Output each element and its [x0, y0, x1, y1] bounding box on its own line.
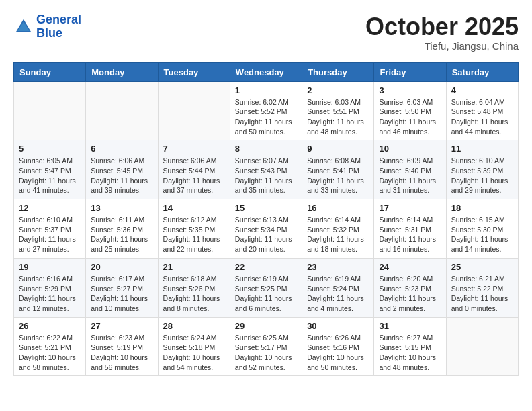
day-info: Sunrise: 6:08 AM Sunset: 5:41 PM Dayligh… [307, 156, 369, 195]
calendar-cell: 23Sunrise: 6:19 AM Sunset: 5:24 PM Dayli… [302, 258, 374, 317]
weekday-header-thursday: Thursday [302, 62, 374, 81]
day-info: Sunrise: 6:26 AM Sunset: 5:16 PM Dayligh… [307, 333, 369, 373]
day-info: Sunrise: 6:19 AM Sunset: 5:25 PM Dayligh… [235, 274, 297, 314]
day-info: Sunrise: 6:16 AM Sunset: 5:29 PM Dayligh… [19, 274, 81, 314]
day-number: 19 [19, 262, 81, 272]
weekday-header-friday: Friday [374, 62, 446, 81]
day-number: 3 [379, 85, 441, 95]
day-info: Sunrise: 6:20 AM Sunset: 5:23 PM Dayligh… [379, 274, 441, 314]
logo-text: General Blue [36, 13, 81, 40]
logo: General Blue [13, 13, 81, 40]
day-info: Sunrise: 6:27 AM Sunset: 5:15 PM Dayligh… [379, 333, 441, 373]
calendar-cell [158, 81, 230, 140]
calendar-cell: 15Sunrise: 6:13 AM Sunset: 5:34 PM Dayli… [230, 199, 302, 259]
calendar-cell: 4Sunrise: 6:04 AM Sunset: 5:48 PM Daylig… [446, 81, 518, 140]
calendar-cell: 5Sunrise: 6:05 AM Sunset: 5:47 PM Daylig… [14, 140, 86, 199]
day-info: Sunrise: 6:19 AM Sunset: 5:24 PM Dayligh… [307, 274, 369, 314]
day-info: Sunrise: 6:09 AM Sunset: 5:40 PM Dayligh… [379, 156, 441, 195]
calendar-cell: 18Sunrise: 6:15 AM Sunset: 5:30 PM Dayli… [446, 199, 518, 259]
calendar-cell: 17Sunrise: 6:14 AM Sunset: 5:31 PM Dayli… [374, 199, 446, 259]
logo-line2: Blue [36, 26, 62, 40]
day-number: 22 [235, 262, 297, 272]
calendar-cell: 21Sunrise: 6:18 AM Sunset: 5:26 PM Dayli… [158, 258, 230, 317]
weekday-header-monday: Monday [86, 62, 158, 81]
calendar-cell: 30Sunrise: 6:26 AM Sunset: 5:16 PM Dayli… [302, 317, 374, 376]
day-info: Sunrise: 6:18 AM Sunset: 5:26 PM Dayligh… [163, 274, 225, 314]
day-info: Sunrise: 6:02 AM Sunset: 5:52 PM Dayligh… [235, 97, 297, 137]
weekday-header-tuesday: Tuesday [158, 62, 230, 81]
day-info: Sunrise: 6:06 AM Sunset: 5:45 PM Dayligh… [91, 156, 152, 195]
calendar-cell: 9Sunrise: 6:08 AM Sunset: 5:41 PM Daylig… [302, 140, 374, 199]
day-number: 27 [91, 321, 152, 331]
calendar-cell: 29Sunrise: 6:25 AM Sunset: 5:17 PM Dayli… [230, 317, 302, 376]
day-number: 28 [163, 321, 225, 331]
day-info: Sunrise: 6:24 AM Sunset: 5:18 PM Dayligh… [163, 333, 225, 373]
title-block: October 2025 Tiefu, Jiangsu, China [365, 13, 519, 52]
day-number: 18 [451, 203, 513, 213]
calendar-cell: 11Sunrise: 6:10 AM Sunset: 5:39 PM Dayli… [446, 140, 518, 199]
day-info: Sunrise: 6:21 AM Sunset: 5:22 PM Dayligh… [451, 274, 513, 314]
day-number: 15 [235, 203, 297, 213]
page-header: General Blue October 2025 Tiefu, Jiangsu… [13, 13, 519, 52]
calendar-cell: 1Sunrise: 6:02 AM Sunset: 5:52 PM Daylig… [230, 81, 302, 140]
day-number: 9 [307, 144, 369, 154]
day-info: Sunrise: 6:14 AM Sunset: 5:31 PM Dayligh… [379, 215, 441, 255]
weekday-header-saturday: Saturday [446, 62, 518, 81]
week-row-4: 19Sunrise: 6:16 AM Sunset: 5:29 PM Dayli… [14, 258, 519, 317]
day-number: 16 [307, 203, 369, 213]
day-number: 31 [379, 321, 441, 331]
day-number: 2 [307, 85, 369, 95]
day-number: 25 [451, 262, 513, 272]
day-number: 23 [307, 262, 369, 272]
week-row-5: 26Sunrise: 6:22 AM Sunset: 5:21 PM Dayli… [14, 317, 519, 376]
day-info: Sunrise: 6:23 AM Sunset: 5:19 PM Dayligh… [91, 333, 152, 373]
day-number: 13 [91, 203, 152, 213]
day-info: Sunrise: 6:03 AM Sunset: 5:50 PM Dayligh… [379, 97, 441, 137]
calendar-cell: 3Sunrise: 6:03 AM Sunset: 5:50 PM Daylig… [374, 81, 446, 140]
location: Tiefu, Jiangsu, China [365, 40, 519, 52]
day-info: Sunrise: 6:03 AM Sunset: 5:51 PM Dayligh… [307, 97, 369, 137]
week-row-1: 1Sunrise: 6:02 AM Sunset: 5:52 PM Daylig… [14, 81, 519, 140]
calendar-cell: 14Sunrise: 6:12 AM Sunset: 5:35 PM Dayli… [158, 199, 230, 259]
day-number: 4 [451, 85, 513, 95]
day-number: 11 [451, 144, 513, 154]
calendar-cell: 13Sunrise: 6:11 AM Sunset: 5:36 PM Dayli… [86, 199, 158, 259]
day-number: 10 [379, 144, 441, 154]
day-info: Sunrise: 6:15 AM Sunset: 5:30 PM Dayligh… [451, 215, 513, 255]
day-number: 5 [19, 144, 81, 154]
day-number: 14 [163, 203, 225, 213]
day-number: 26 [19, 321, 81, 331]
month-title: October 2025 [365, 13, 519, 40]
calendar-cell [446, 317, 518, 376]
logo-line1: General [36, 13, 81, 26]
day-info: Sunrise: 6:11 AM Sunset: 5:36 PM Dayligh… [91, 215, 152, 255]
calendar-cell: 25Sunrise: 6:21 AM Sunset: 5:22 PM Dayli… [446, 258, 518, 317]
logo-icon [13, 17, 34, 37]
day-number: 12 [19, 203, 81, 213]
calendar-cell: 7Sunrise: 6:06 AM Sunset: 5:44 PM Daylig… [158, 140, 230, 199]
day-info: Sunrise: 6:06 AM Sunset: 5:44 PM Dayligh… [163, 156, 225, 195]
calendar-table: SundayMondayTuesdayWednesdayThursdayFrid… [13, 62, 519, 377]
calendar-cell: 28Sunrise: 6:24 AM Sunset: 5:18 PM Dayli… [158, 317, 230, 376]
calendar-cell: 16Sunrise: 6:14 AM Sunset: 5:32 PM Dayli… [302, 199, 374, 259]
day-info: Sunrise: 6:12 AM Sunset: 5:35 PM Dayligh… [163, 215, 225, 255]
calendar-cell: 6Sunrise: 6:06 AM Sunset: 5:45 PM Daylig… [86, 140, 158, 199]
day-info: Sunrise: 6:10 AM Sunset: 5:39 PM Dayligh… [451, 156, 513, 195]
calendar-cell: 26Sunrise: 6:22 AM Sunset: 5:21 PM Dayli… [14, 317, 86, 376]
day-info: Sunrise: 6:07 AM Sunset: 5:43 PM Dayligh… [235, 156, 297, 195]
weekday-header-row: SundayMondayTuesdayWednesdayThursdayFrid… [14, 62, 519, 81]
day-number: 24 [379, 262, 441, 272]
day-number: 29 [235, 321, 297, 331]
calendar-cell: 22Sunrise: 6:19 AM Sunset: 5:25 PM Dayli… [230, 258, 302, 317]
day-number: 30 [307, 321, 369, 331]
calendar-cell: 2Sunrise: 6:03 AM Sunset: 5:51 PM Daylig… [302, 81, 374, 140]
day-info: Sunrise: 6:13 AM Sunset: 5:34 PM Dayligh… [235, 215, 297, 255]
week-row-3: 12Sunrise: 6:10 AM Sunset: 5:37 PM Dayli… [14, 199, 519, 259]
weekday-header-sunday: Sunday [14, 62, 86, 81]
day-info: Sunrise: 6:14 AM Sunset: 5:32 PM Dayligh… [307, 215, 369, 255]
calendar-cell: 24Sunrise: 6:20 AM Sunset: 5:23 PM Dayli… [374, 258, 446, 317]
day-info: Sunrise: 6:04 AM Sunset: 5:48 PM Dayligh… [451, 97, 513, 137]
calendar-cell: 19Sunrise: 6:16 AM Sunset: 5:29 PM Dayli… [14, 258, 86, 317]
day-number: 20 [91, 262, 152, 272]
week-row-2: 5Sunrise: 6:05 AM Sunset: 5:47 PM Daylig… [14, 140, 519, 199]
